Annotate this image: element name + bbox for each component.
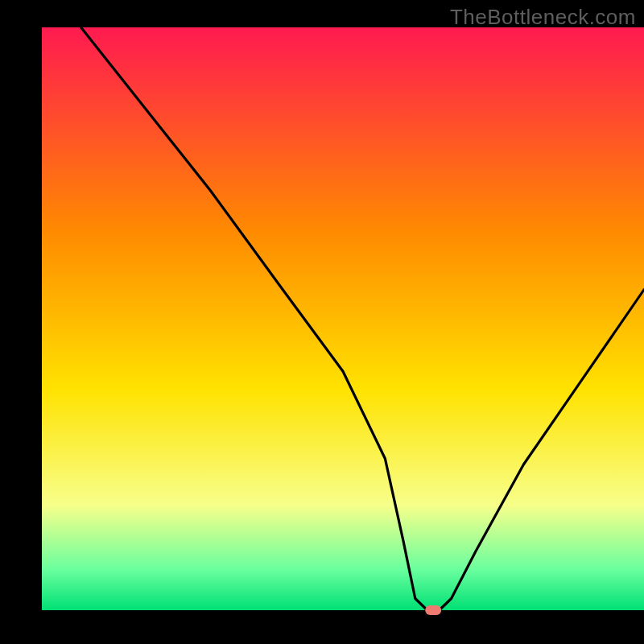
chart-frame: TheBottleneck.com [0,0,644,644]
gradient-background [42,27,644,610]
optimum-marker [425,605,441,615]
bottleneck-chart [0,0,644,644]
